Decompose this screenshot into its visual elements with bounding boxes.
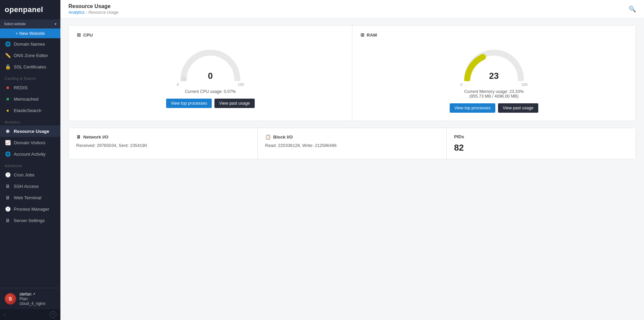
topbar-left: Resource Usage Analytics › Resource Usag… xyxy=(68,3,118,15)
avatar: S xyxy=(5,293,16,305)
network-io-card: 🖥 Network I/O Received: 29765034, Sent: … xyxy=(69,128,258,159)
clock-icon: 🕐 xyxy=(5,172,11,177)
page-title: Resource Usage xyxy=(68,3,118,9)
username: stefan ↗ xyxy=(19,291,56,297)
ram-view-past-usage-button[interactable]: View past usage xyxy=(498,103,538,113)
user-plan: Plan: cloud_4_nginx xyxy=(19,297,56,306)
cpu-min-label: 0 xyxy=(177,83,179,87)
elasticsearch-icon: ● xyxy=(5,108,11,113)
sidebar-item-web-terminal[interactable]: 🖥 Web Terminal xyxy=(0,192,60,203)
sidebar-item-label: Server Settings xyxy=(14,218,45,223)
ram-view-top-processes-button[interactable]: View top processes xyxy=(450,103,495,113)
breadcrumb: Analytics › Resource Usage xyxy=(68,10,118,15)
sidebar-item-memcached[interactable]: ■ Memcached xyxy=(0,93,60,105)
terminal-icon: 🖥 xyxy=(5,183,11,189)
sidebar-item-label: SSH Access xyxy=(14,184,39,189)
pids-card: PIDs 82 xyxy=(447,128,636,159)
select-website-label: Select website xyxy=(4,22,26,26)
content-area: ⊞ CPU 0 0 100 xyxy=(60,18,644,320)
sidebar-item-ssl-certificates[interactable]: 🔒 SSL Certificates xyxy=(0,61,60,72)
pids-title: PIDs xyxy=(454,134,628,139)
edit-icon: ✏️ xyxy=(5,53,11,58)
cpu-card: ⊞ CPU 0 0 100 xyxy=(69,25,352,121)
ram-card: ⊞ RAM 23 xyxy=(352,25,636,121)
section-caching-search: Caching & Search xyxy=(0,72,60,82)
redis-icon: ■ xyxy=(5,85,11,90)
resource-usage-icon: ⊕ xyxy=(5,128,11,134)
sidebar-user-section: S stefan ↗ Plan: cloud_4_nginx xyxy=(0,288,60,309)
cpu-ram-row: ⊞ CPU 0 0 100 xyxy=(68,25,636,121)
sidebar-item-label: Web Terminal xyxy=(14,195,41,200)
sidebar-item-process-manager[interactable]: 🕐 Process Manager xyxy=(0,203,60,215)
cpu-value: 0 xyxy=(208,71,213,81)
network-io-value: Received: 29765034, Sent: 2354190 xyxy=(76,143,250,148)
sidebar-item-redis[interactable]: ■ REDIS xyxy=(0,82,60,93)
search-icon[interactable]: 🔍 xyxy=(629,5,636,13)
sidebar-item-label: SSL Certificates xyxy=(14,64,46,69)
cpu-view-past-usage-button[interactable]: View past usage xyxy=(214,99,255,108)
sidebar-item-elasticsearch[interactable]: ● ElasticSearch xyxy=(0,105,60,116)
select-website-dropdown[interactable]: Select website ▾ xyxy=(0,19,60,29)
pids-value: 82 xyxy=(454,143,628,153)
sidebar-item-label: Cron Jobs xyxy=(14,172,35,177)
ram-usage-text: Current Memory usage: 23.33% (955.73 MB … xyxy=(464,89,524,99)
main-content: Resource Usage Analytics › Resource Usag… xyxy=(60,0,644,320)
sidebar-item-label: REDIS xyxy=(14,85,28,90)
block-io-label: Block I/O xyxy=(273,135,293,140)
sidebar-item-ssh-access[interactable]: 🖥 SSH Access xyxy=(0,180,60,192)
new-website-button[interactable]: + New Website xyxy=(0,29,60,38)
sidebar-item-dns-zone-editor[interactable]: ✏️ DNS Zone Editor xyxy=(0,50,60,61)
activity-icon: 🌐 xyxy=(5,151,11,157)
chevron-down-icon: ▾ xyxy=(55,22,56,26)
section-analytics: Analytics xyxy=(0,116,60,125)
breadcrumb-analytics[interactable]: Analytics xyxy=(68,10,85,15)
settings-icon: 🖥 xyxy=(5,218,11,223)
sidebar-footer: ‹ ? xyxy=(0,309,60,320)
ram-value: 23 xyxy=(489,71,499,81)
breadcrumb-separator: › xyxy=(86,10,87,14)
sidebar-item-label: Domain Names xyxy=(14,42,45,47)
sidebar-item-cron-jobs[interactable]: 🕐 Cron Jobs xyxy=(0,169,60,180)
cpu-max-label: 100 xyxy=(238,83,244,87)
help-icon[interactable]: ? xyxy=(50,311,56,318)
sidebar-item-resource-usage[interactable]: ⊕ Resource Usage xyxy=(0,125,60,137)
sidebar-item-label: ElasticSearch xyxy=(14,108,42,113)
cpu-gauge-labels: 0 100 xyxy=(177,83,244,87)
network-icon: 🖥 xyxy=(76,134,81,140)
ram-actions: View top processes View past usage xyxy=(450,103,538,113)
sidebar-item-label: Domain Visitors xyxy=(14,140,45,145)
pids-label: PIDs xyxy=(454,134,464,139)
ram-gauge-labels: 0 100 xyxy=(460,83,528,87)
sidebar-item-server-settings[interactable]: 🖥 Server Settings xyxy=(0,215,60,226)
app-logo: openpanel xyxy=(0,0,60,19)
topbar: Resource Usage Analytics › Resource Usag… xyxy=(60,0,644,18)
block-icon: 📋 xyxy=(265,134,271,140)
process-icon: 🕐 xyxy=(5,206,11,212)
ram-min-label: 0 xyxy=(460,83,462,87)
ram-label: RAM xyxy=(367,33,377,38)
ram-gauge: 23 xyxy=(460,44,528,81)
cpu-label: CPU xyxy=(83,33,93,38)
sidebar-item-label: DNS Zone Editor xyxy=(14,53,48,58)
cpu-card-title: ⊞ CPU xyxy=(77,32,344,38)
sidebar-item-account-activity[interactable]: 🌐 Account Activity xyxy=(0,148,60,160)
network-io-title: 🖥 Network I/O xyxy=(76,134,250,140)
collapse-icon[interactable]: ‹ xyxy=(4,312,6,317)
cpu-view-top-processes-button[interactable]: View top processes xyxy=(166,99,212,108)
web-terminal-icon: 🖥 xyxy=(5,195,11,200)
breadcrumb-current: Resource Usage xyxy=(89,10,118,15)
ram-icon: ⊞ xyxy=(360,32,364,38)
ram-card-title: ⊞ RAM xyxy=(360,32,628,38)
bottom-cards-row: 🖥 Network I/O Received: 29765034, Sent: … xyxy=(68,128,636,159)
sidebar: openpanel Select website ▾ + New Website… xyxy=(0,0,60,320)
cpu-icon: ⊞ xyxy=(77,32,81,38)
cpu-gauge-container: 0 0 100 Current CPU usage: 0.07% View to… xyxy=(77,41,344,108)
block-io-title: 📋 Block I/O xyxy=(265,134,439,140)
sidebar-item-domain-visitors[interactable]: 📈 Domain Visitors xyxy=(0,137,60,148)
sidebar-item-domain-names[interactable]: 🌐 Domain Names xyxy=(0,38,60,50)
sidebar-item-label: Memcached xyxy=(14,97,39,102)
cpu-actions: View top processes View past usage xyxy=(166,99,255,108)
memcached-icon: ■ xyxy=(5,96,11,102)
external-link-icon: ↗ xyxy=(33,292,35,296)
network-io-label: Network I/O xyxy=(83,135,108,140)
